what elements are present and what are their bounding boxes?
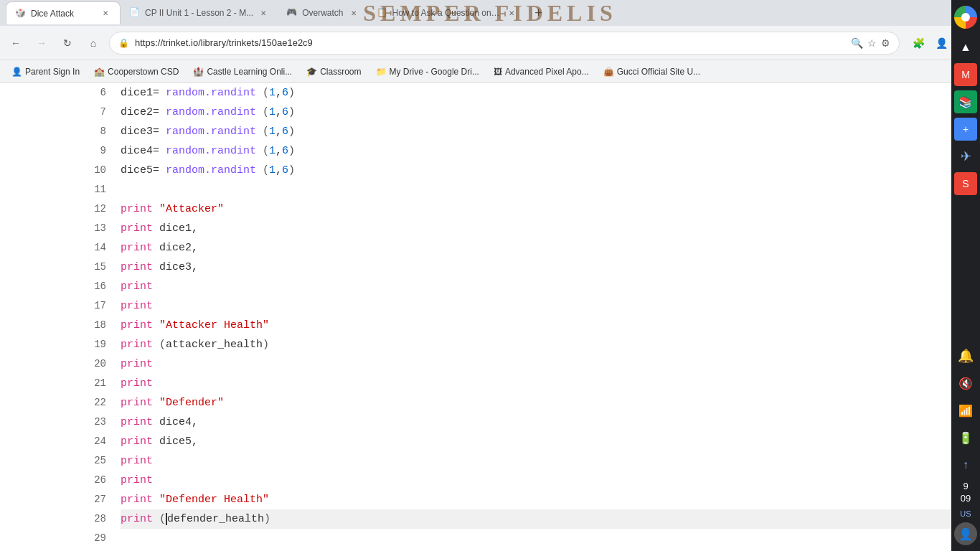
code-line-7[interactable]: dice2= random.randint (1,6) <box>121 103 971 122</box>
tab-favicon-cp2: 📄 <box>129 7 141 19</box>
code-line-23[interactable]: print dice4, <box>121 413 971 432</box>
code-line-25[interactable]: print <box>121 451 971 471</box>
user-avatar[interactable]: 👤 <box>954 522 977 545</box>
line-num-23: 23 <box>72 413 106 432</box>
line-num-18: 18 <box>72 316 106 335</box>
line-num-14: 14 <box>72 238 106 258</box>
code-line-8[interactable]: dice3= random.randint (1,6) <box>121 122 971 141</box>
region-label[interactable]: US <box>960 509 971 518</box>
code-lines[interactable]: dice1= random.randint (1,6) dice2= rando… <box>115 83 971 551</box>
wifi-icon[interactable]: 📶 <box>954 399 977 422</box>
tab-cp2[interactable]: 📄 CP II Unit 1 - Lesson 2 - M... ✕ <box>121 1 278 24</box>
main-content: 6 7 8 9 10 11 12 13 14 15 16 17 18 19 20… <box>0 83 980 551</box>
code-line-18[interactable]: print "Attacker Health" <box>121 316 971 335</box>
code-line-22[interactable]: print "Defender" <box>121 393 971 413</box>
bookmark-gucci[interactable]: 👜 Gucci Official Site U... <box>598 65 706 78</box>
notification-bell-icon[interactable]: 🔔 <box>954 344 977 367</box>
code-line-9[interactable]: dice4= random.randint (1,6) <box>121 141 971 161</box>
forward-button[interactable]: → <box>32 33 52 53</box>
system-time[interactable]: 9 09 <box>961 481 971 505</box>
code-line-26[interactable]: print <box>121 471 971 490</box>
calculator-icon[interactable]: + <box>954 118 977 141</box>
bookmark-castle-learning[interactable]: 🏰 Castle Learning Onli... <box>187 65 298 78</box>
line-num-6: 6 <box>72 83 106 103</box>
line-num-21: 21 <box>72 374 106 393</box>
bookmark-pixel-apo[interactable]: 🖼 Advanced Pixel Apo... <box>488 65 595 78</box>
code-line-6[interactable]: dice1= random.randint (1,6) <box>121 83 971 103</box>
tab-overwatch[interactable]: 🎮 Overwatch ✕ <box>278 1 367 24</box>
bookmark-label-cooperstown: Cooperstown CSD <box>108 67 179 77</box>
arrow-up-icon[interactable]: ↑ <box>954 453 977 476</box>
new-tab-button[interactable]: + <box>529 3 549 23</box>
line-num-20: 20 <box>72 354 106 374</box>
code-line-12[interactable]: print "Attacker" <box>121 199 971 219</box>
time-hour: 9 <box>961 481 971 493</box>
extensions-button[interactable]: 🧩 <box>908 33 928 53</box>
code-line-11[interactable] <box>121 180 971 199</box>
line-numbers: 6 7 8 9 10 11 12 13 14 15 16 17 18 19 20… <box>72 83 115 551</box>
sound-icon[interactable]: 🔇 <box>954 372 977 395</box>
bookmark-cooperstown[interactable]: 🏫 Cooperstown CSD <box>88 65 184 78</box>
tab-bar: 🎲 Dice Attack ✕ 📄 CP II Unit 1 - Lesson … <box>0 0 980 26</box>
back-button[interactable]: ← <box>6 33 26 53</box>
red-icon[interactable]: S <box>954 172 977 195</box>
bookmark-classroom[interactable]: 🎓 Classroom <box>301 65 367 78</box>
bookmark-parent-signin[interactable]: 👤 Parent Sign In <box>6 65 85 78</box>
left-margin <box>0 83 72 551</box>
code-area[interactable]: 6 7 8 9 10 11 12 13 14 15 16 17 18 19 20… <box>72 83 971 551</box>
line-num-11: 11 <box>72 180 106 199</box>
bookmark-favicon-cooperstown: 🏫 <box>94 67 105 77</box>
star-icon[interactable]: ☆ <box>867 37 877 49</box>
code-line-28[interactable]: print (defender_health) <box>121 509 971 529</box>
code-line-15[interactable]: print dice3, <box>121 258 971 277</box>
bookmark-favicon-gucci: 👜 <box>603 67 614 77</box>
google-drive-icon[interactable]: ▲ <box>954 36 977 59</box>
tab-stackoverflow[interactable]: 📋 How to Ask a Question on Stack... ✕ <box>368 1 526 24</box>
tab-close-overwatch[interactable]: ✕ <box>348 7 359 19</box>
lock-icon: 🔒 <box>118 38 129 48</box>
code-line-19[interactable]: print (attacker_health) <box>121 335 971 354</box>
tab-close-dice-attack[interactable]: ✕ <box>100 8 111 19</box>
refresh-button[interactable]: ↻ <box>57 33 77 53</box>
line-num-26: 26 <box>72 471 106 490</box>
code-line-13[interactable]: print dice1, <box>121 219 971 238</box>
line-num-15: 15 <box>72 258 106 277</box>
time-minute: 09 <box>961 493 971 505</box>
line-num-16: 16 <box>72 277 106 296</box>
line-num-13: 13 <box>72 219 106 238</box>
bookmark-label-pixel: Advanced Pixel Apo... <box>505 67 589 77</box>
line-num-8: 8 <box>72 122 106 141</box>
line-num-27: 27 <box>72 490 106 509</box>
code-line-14[interactable]: print dice2, <box>121 238 971 258</box>
tab-close-cp2[interactable]: ✕ <box>258 7 269 19</box>
extension-icon[interactable]: ⚙ <box>881 37 890 49</box>
tab-title-overwatch: Overwatch <box>302 8 343 18</box>
bookmark-google-drive[interactable]: 📁 My Drive - Google Dri... <box>370 65 485 78</box>
tab-dice-attack[interactable]: 🎲 Dice Attack ✕ <box>6 1 121 24</box>
url-text: https://trinket.io/library/trinkets/150a… <box>135 37 845 48</box>
chrome-logo <box>954 6 977 29</box>
code-line-21[interactable]: print <box>121 374 971 393</box>
browser-frame: 🎲 Dice Attack ✕ 📄 CP II Unit 1 - Lesson … <box>0 0 980 551</box>
address-bar: ← → ↻ ⌂ 🔒 https://trinket.io/library/tri… <box>0 26 980 60</box>
home-button[interactable]: ⌂ <box>83 33 103 53</box>
url-bar[interactable]: 🔒 https://trinket.io/library/trinkets/15… <box>109 32 900 55</box>
code-line-20[interactable]: print <box>121 354 971 374</box>
code-line-27[interactable]: print "Defender Health" <box>121 490 971 509</box>
gmail-icon[interactable]: M <box>954 63 977 86</box>
code-line-29[interactable] <box>121 529 971 548</box>
battery-icon[interactable]: 🔋 <box>954 426 977 449</box>
code-line-30[interactable] <box>121 548 971 551</box>
bookmark-label-gucci: Gucci Official Site U... <box>617 67 700 77</box>
tab-close-stackoverflow[interactable]: ✕ <box>506 7 517 19</box>
shield-icon[interactable]: ✈ <box>954 145 977 168</box>
code-line-24[interactable]: print dice5, <box>121 432 971 451</box>
code-line-10[interactable]: dice5= random.randint (1,6) <box>121 161 971 180</box>
code-line-16[interactable]: print <box>121 277 971 296</box>
chrome-system-bar: ▲ M 📚 + ✈ S 🔔 🔇 📶 🔋 ↑ 9 09 US 👤 <box>951 0 980 551</box>
search-icon[interactable]: 🔍 <box>851 37 863 49</box>
profile-button[interactable]: 👤 <box>931 33 951 53</box>
code-line-17[interactable]: print <box>121 296 971 316</box>
tab-favicon-dice-attack: 🎲 <box>15 8 27 19</box>
classroom-icon[interactable]: 📚 <box>954 90 977 113</box>
